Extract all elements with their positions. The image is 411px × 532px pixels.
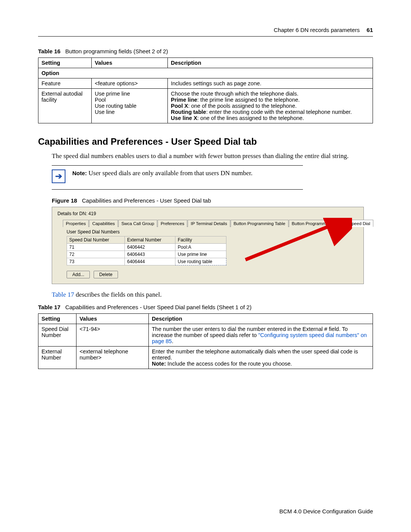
figure18-caption: Figure 18 Capabilities and Preferences -… xyxy=(52,197,373,204)
footer: BCM 4.0 Device Configuration Guide xyxy=(279,508,373,514)
chapter-title: Chapter 6 DN records parameters xyxy=(274,27,360,33)
t17-h-desc: Description xyxy=(149,314,373,324)
t17-r0-setting: Speed Dial Number xyxy=(38,324,76,347)
note-text: Note: User speed dials are only availabl… xyxy=(72,169,253,177)
t16-r0-desc: Includes settings such as page zone. xyxy=(168,78,373,89)
tab-btn-prog[interactable]: Button Programming xyxy=(289,220,335,227)
t16-r1-values: Use prime line Pool Use routing table Us… xyxy=(92,89,168,123)
t16-h-values: Values xyxy=(92,58,168,68)
table16-caption: Table 16 Button programming fields (Shee… xyxy=(38,48,373,54)
t17-r0-values: <71-94> xyxy=(76,324,149,347)
t16-h-desc: Description xyxy=(168,58,373,68)
t16-r0-values: <feature options> xyxy=(92,78,168,89)
delete-button[interactable]: Delete xyxy=(94,271,118,278)
ss-table: Speed Dial Number External Number Facili… xyxy=(67,236,226,265)
tab-preferences[interactable]: Preferences xyxy=(158,220,187,227)
page-number: 61 xyxy=(366,27,373,33)
table-row: 71 6406442 Pool:A xyxy=(67,244,226,251)
tab-user-speed-dial[interactable]: User Speed Dial xyxy=(335,220,373,227)
section-heading: Capabilities and Preferences - User Spee… xyxy=(38,136,373,147)
table17-link[interactable]: Table 17 xyxy=(52,291,74,298)
table16: Setting Values Description Option Featur… xyxy=(38,58,373,123)
arrow-right-icon: ➔ xyxy=(52,169,65,183)
t17-r0-desc: The number the user enters to dial the n… xyxy=(149,324,373,347)
t17-h-values: Values xyxy=(76,314,149,324)
t16-h-setting: Setting xyxy=(38,58,92,68)
table16-label: Table 16 xyxy=(38,48,61,54)
table-row: 72 6406443 Use prime line xyxy=(67,251,226,258)
intro-paragraph: The speed dial numbers enables users to … xyxy=(52,152,373,160)
add-button[interactable]: Add... xyxy=(67,271,90,278)
t16-r1-desc: Choose the route through which the telep… xyxy=(168,89,373,123)
t17-h-setting: Setting xyxy=(38,314,76,324)
t17-r1-setting: External Number xyxy=(38,347,76,369)
ss-tabs: Properties Capabilities Swca Call Group … xyxy=(63,219,358,227)
ss-col-ext: External Number xyxy=(125,236,175,244)
note-block: ➔ Note: User speed dials are only availa… xyxy=(52,165,303,190)
t16-r0-setting: Feature xyxy=(38,78,92,89)
ss-col-fac: Facility xyxy=(175,236,226,244)
tab-properties[interactable]: Properties xyxy=(63,220,89,227)
t17-r1-values: <external telephone number> xyxy=(76,347,149,369)
t16-option-row: Option xyxy=(38,68,373,78)
ss-col-sdn: Speed Dial Number xyxy=(67,236,125,244)
page-header: Chapter 6 DN records parameters 61 xyxy=(38,27,373,37)
screenshot-panel: Details for DN: 419 Properties Capabilit… xyxy=(52,207,364,284)
ss-title: Details for DN: 419 xyxy=(57,211,358,216)
tab-ip-terminal[interactable]: IP Terminal Details xyxy=(188,220,230,227)
tab-btn-prog-table[interactable]: Button Programming Table xyxy=(231,220,288,227)
table16-text: Button programming fields (Sheet 2 of 2) xyxy=(65,48,168,54)
table17: Setting Values Description Speed Dial Nu… xyxy=(38,313,373,369)
t17-r1-desc: Enter the number the telephone automatic… xyxy=(149,347,373,369)
tab-capabilities[interactable]: Capabilities xyxy=(89,220,118,227)
table17-caption: Table 17 Capabilities and Preferences - … xyxy=(38,304,373,310)
link-sentence: Table 17 describes the fields on this pa… xyxy=(52,291,373,299)
t16-r1-setting: External autodial facility xyxy=(38,89,92,123)
table-row: 73 6406444 Use routing table xyxy=(67,258,226,265)
tab-swca[interactable]: Swca Call Group xyxy=(118,220,157,227)
ss-sublabel: User Speed Dial Numbers xyxy=(67,229,358,235)
